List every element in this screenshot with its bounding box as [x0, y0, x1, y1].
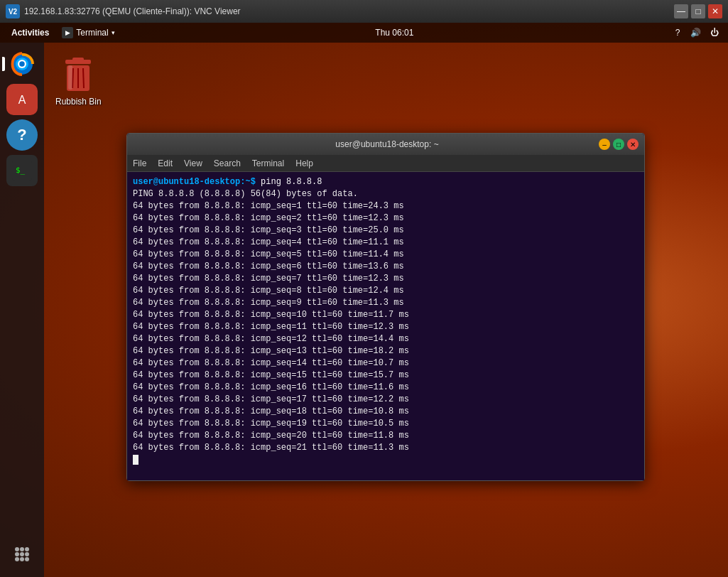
terminal-minimize-button[interactable]: – — [599, 139, 610, 150]
panel-right: ? 🔊 ⏻ — [671, 26, 721, 39]
terminal-close-button[interactable]: ✕ — [627, 139, 639, 150]
terminal-output-line: 64 bytes from 8.8.8.8: icmp_seq=17 ttl=6… — [133, 394, 639, 406]
sidebar-apps-grid-button[interactable] — [6, 539, 38, 570]
svg-point-14 — [15, 557, 19, 561]
vnc-maximize-button[interactable]: □ — [691, 4, 705, 18]
terminal-menu-view[interactable]: View — [184, 158, 202, 168]
terminal-output-line: 64 bytes from 8.8.8.8: icmp_seq=1 ttl=60… — [133, 200, 639, 212]
terminal-command-line: user@ubuntu18-desktop:~$ ping 8.8.8.8 — [133, 176, 639, 188]
svg-point-11 — [15, 552, 19, 556]
terminal-output-line: 64 bytes from 8.8.8.8: icmp_seq=3 ttl=60… — [133, 225, 639, 237]
terminal-window-title: user@ubuntu18-desktop: ~ — [175, 139, 599, 149]
terminal-output-line: 64 bytes from 8.8.8.8: icmp_seq=19 ttl=6… — [133, 418, 639, 430]
ubuntu-top-panel: Activities ▶ Terminal ▾ Thu 06:01 ? 🔊 ⏻ — [0, 23, 728, 43]
sidebar-item-help[interactable]: ? — [6, 119, 38, 151]
svg-point-3 — [19, 61, 25, 67]
terminal-output-line: 64 bytes from 8.8.8.8: icmp_seq=12 ttl=6… — [133, 333, 639, 345]
terminal-output-line: 64 bytes from 8.8.8.8: icmp_seq=11 ttl=6… — [133, 321, 639, 333]
help-panel-icon[interactable]: ? — [671, 26, 684, 39]
terminal-output-line: 64 bytes from 8.8.8.8: icmp_seq=10 ttl=6… — [133, 309, 639, 321]
terminal-panel-label: Terminal — [76, 28, 108, 38]
terminal-output: PING 8.8.8.8 (8.8.8.8) 56(84) bytes of d… — [133, 188, 639, 454]
terminal-menu-edit[interactable]: Edit — [158, 158, 173, 168]
ubuntu-desktop: Activities ▶ Terminal ▾ Thu 06:01 ? 🔊 ⏻ — [0, 23, 728, 577]
svg-text:$_: $_ — [16, 166, 26, 175]
terminal-menu-file[interactable]: File — [133, 158, 146, 168]
svg-line-22 — [83, 68, 84, 88]
vnc-window-controls: — □ ✕ — [674, 4, 722, 18]
rubbish-bin-icon[interactable]: Rubbish Bin — [55, 57, 102, 107]
svg-point-15 — [20, 557, 24, 561]
activities-button[interactable]: Activities — [7, 28, 53, 38]
terminal-dropdown-icon: ▾ — [112, 29, 115, 36]
terminal-panel-icon: ▶ — [62, 27, 73, 38]
svg-point-12 — [20, 552, 24, 556]
terminal-output-line: 64 bytes from 8.8.8.8: icmp_seq=6 ttl=60… — [133, 261, 639, 273]
sidebar-item-firefox[interactable] — [6, 48, 38, 80]
terminal-menu-help[interactable]: Help — [295, 158, 313, 168]
svg-rect-18 — [72, 58, 84, 61]
terminal-window: user@ubuntu18-desktop: ~ – □ ✕ File Edit… — [126, 133, 645, 481]
vnc-title: 192.168.1.83:32776 (QEMU (Cliente-Final)… — [24, 6, 241, 16]
terminal-window-controls: – □ ✕ — [599, 139, 639, 150]
terminal-cursor — [133, 455, 138, 465]
terminal-panel-button[interactable]: ▶ Terminal ▾ — [59, 27, 117, 38]
terminal-output-line: 64 bytes from 8.8.8.8: icmp_seq=13 ttl=6… — [133, 345, 639, 357]
svg-text:A: A — [18, 94, 26, 106]
rubbish-bin-graphic — [61, 57, 95, 94]
svg-point-9 — [20, 547, 24, 551]
terminal-maximize-button[interactable]: □ — [613, 139, 624, 150]
sidebar-item-appstore[interactable]: A — [6, 84, 38, 115]
terminal-prompt: user@ubuntu18-desktop:~$ — [133, 177, 256, 187]
terminal-output-line: 64 bytes from 8.8.8.8: icmp_seq=16 ttl=6… — [133, 382, 639, 394]
terminal-window-titlebar: user@ubuntu18-desktop: ~ – □ ✕ — [127, 134, 644, 155]
vnc-titlebar: V2 192.168.1.83:32776 (QEMU (Cliente-Fin… — [0, 0, 728, 23]
svg-line-20 — [72, 68, 73, 88]
terminal-output-line: 64 bytes from 8.8.8.8: icmp_seq=9 ttl=60… — [133, 297, 639, 309]
terminal-output-line: 64 bytes from 8.8.8.8: icmp_seq=8 ttl=60… — [133, 285, 639, 297]
svg-point-10 — [25, 547, 29, 551]
svg-point-16 — [25, 557, 29, 561]
svg-rect-23 — [68, 65, 72, 90]
ubuntu-sidebar: A ? $_ — [0, 43, 44, 577]
terminal-output-line: 64 bytes from 8.8.8.8: icmp_seq=18 ttl=6… — [133, 406, 639, 418]
sound-panel-icon[interactable]: 🔊 — [690, 26, 702, 39]
vnc-titlebar-left: V2 192.168.1.83:32776 (QEMU (Cliente-Fin… — [6, 4, 241, 18]
svg-point-8 — [15, 547, 19, 551]
terminal-output-line: 64 bytes from 8.8.8.8: icmp_seq=21 ttl=6… — [133, 442, 639, 454]
vnc-close-button[interactable]: ✕ — [708, 4, 722, 18]
terminal-output-line: 64 bytes from 8.8.8.8: icmp_seq=5 ttl=60… — [133, 249, 639, 261]
sidebar-bottom — [6, 539, 38, 570]
panel-left: Activities ▶ Terminal ▾ — [7, 27, 118, 38]
terminal-output-line: 64 bytes from 8.8.8.8: icmp_seq=14 ttl=6… — [133, 357, 639, 370]
vnc-logo-icon: V2 — [6, 4, 20, 18]
rubbish-bin-label: Rubbish Bin — [55, 97, 102, 107]
terminal-menubar: File Edit View Search Terminal Help — [127, 155, 644, 172]
svg-point-13 — [25, 552, 29, 556]
terminal-output-line: 64 bytes from 8.8.8.8: icmp_seq=7 ttl=60… — [133, 273, 639, 285]
sidebar-active-indicator — [2, 57, 5, 71]
terminal-menu-terminal[interactable]: Terminal — [252, 158, 284, 168]
panel-clock[interactable]: Thu 06:01 — [375, 28, 413, 38]
terminal-output-line: 64 bytes from 8.8.8.8: icmp_seq=20 ttl=6… — [133, 430, 639, 442]
sidebar-item-terminal[interactable]: $_ — [6, 155, 38, 186]
terminal-output-line: 64 bytes from 8.8.8.8: icmp_seq=4 ttl=60… — [133, 237, 639, 249]
terminal-menu-search[interactable]: Search — [214, 158, 241, 168]
vnc-minimize-button[interactable]: — — [674, 4, 688, 18]
terminal-output-line: 64 bytes from 8.8.8.8: icmp_seq=15 ttl=6… — [133, 370, 639, 382]
terminal-cursor-line — [133, 454, 639, 466]
terminal-output-line: PING 8.8.8.8 (8.8.8.8) 56(84) bytes of d… — [133, 188, 639, 200]
terminal-body[interactable]: user@ubuntu18-desktop:~$ ping 8.8.8.8 PI… — [127, 172, 644, 480]
terminal-command: ping 8.8.8.8 — [256, 177, 322, 187]
power-panel-icon[interactable]: ⏻ — [708, 26, 721, 39]
terminal-output-line: 64 bytes from 8.8.8.8: icmp_seq=2 ttl=60… — [133, 212, 639, 225]
